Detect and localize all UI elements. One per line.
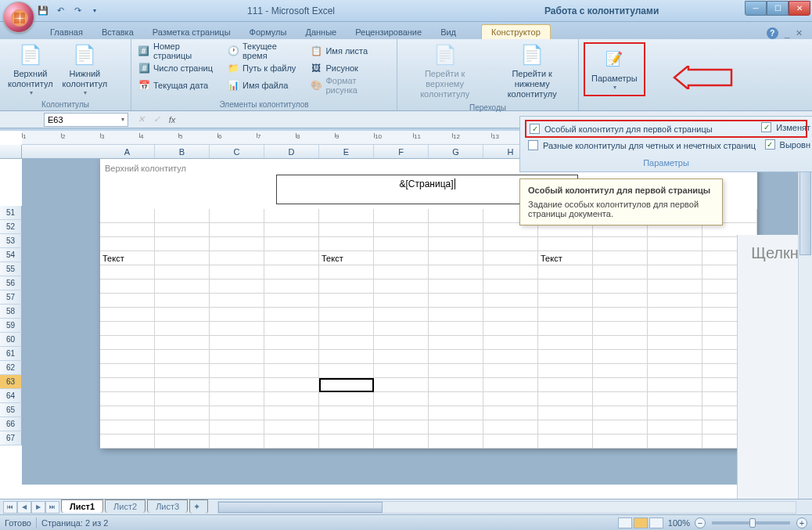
cell[interactable] [374,209,429,223]
cell[interactable] [538,434,593,449]
cell[interactable] [319,223,374,237]
tab-review[interactable]: Рецензирование [346,25,431,39]
row-header[interactable]: 52 [0,220,22,234]
cell[interactable] [155,322,210,336]
row-header[interactable]: 59 [0,319,22,333]
cell[interactable] [155,350,210,364]
row-header[interactable]: 58 [0,305,22,319]
cell[interactable] [264,223,319,237]
cell[interactable] [648,308,702,322]
row-header[interactable]: 63 [0,375,22,389]
col-header[interactable]: G [429,145,483,158]
cell[interactable] [483,251,538,265]
cell[interactable] [538,406,593,420]
cell[interactable] [483,265,538,279]
cell[interactable] [319,350,374,364]
cell[interactable] [155,294,210,308]
cell[interactable] [155,209,210,223]
cell[interactable] [210,322,264,336]
col-header[interactable]: D [264,145,319,158]
cell[interactable] [648,279,702,294]
cell[interactable] [210,308,264,322]
cell[interactable] [100,434,155,449]
cell[interactable] [483,392,538,406]
cell[interactable] [155,251,210,265]
row-header[interactable]: 67 [0,431,22,445]
cell[interactable] [374,223,429,237]
enter-icon[interactable]: ✓ [149,113,164,127]
cell[interactable] [374,378,429,392]
tab-design[interactable]: Конструктор [481,24,551,39]
cell[interactable] [100,294,155,308]
header-button[interactable]: 📄 Верхний колонтитул [3,41,58,99]
row-header[interactable]: 61 [0,347,22,361]
cell[interactable] [483,350,538,364]
cell[interactable] [210,350,264,364]
cell[interactable] [319,434,374,449]
cell[interactable] [374,265,429,279]
close-button[interactable]: ✕ [789,1,810,16]
cell[interactable] [593,406,648,420]
page-break-view-button[interactable] [649,517,663,528]
row-header[interactable]: 57 [0,290,22,305]
cell[interactable] [648,434,702,449]
cell[interactable] [210,392,264,406]
cell[interactable] [319,209,374,223]
checkbox-icon[interactable]: ✓ [761,122,771,132]
chevron-down-icon[interactable]: ▾ [121,116,124,123]
prev-sheet-button[interactable]: ◀ [17,501,31,514]
cell[interactable] [374,434,429,449]
cell[interactable] [319,237,374,251]
cell[interactable] [538,294,593,308]
fx-icon[interactable]: fx [164,113,180,127]
cell[interactable] [483,420,538,434]
cell[interactable] [593,265,648,279]
cell[interactable] [210,364,264,378]
cell[interactable] [429,237,483,251]
col-header[interactable]: C [210,145,264,158]
cell[interactable] [264,209,319,223]
cell-grid[interactable]: ТекстТекстТекст [100,209,757,449]
cell[interactable] [264,392,319,406]
cell[interactable] [155,378,210,392]
current-time-button[interactable]: 🕐Текущее время [224,42,307,59]
maximize-button[interactable]: ☐ [767,1,789,16]
options-button[interactable]: 📝 Параметры [587,45,642,93]
cell[interactable] [100,378,155,392]
cell[interactable] [483,279,538,294]
qat-more-icon[interactable]: ▾ [88,4,102,18]
cell[interactable] [374,336,429,350]
cell[interactable] [155,336,210,350]
cell[interactable] [100,336,155,350]
minimize-ribbon-icon[interactable]: _ [785,29,789,38]
cell[interactable] [648,294,702,308]
cell[interactable] [538,336,593,350]
cell[interactable] [538,364,593,378]
cell[interactable] [155,364,210,378]
doc-close-icon[interactable]: ✕ [796,28,803,38]
tab-view[interactable]: Вид [431,25,465,39]
help-icon[interactable]: ? [767,27,778,39]
cell[interactable] [538,265,593,279]
row-header[interactable]: 54 [0,248,22,262]
cell[interactable] [648,322,702,336]
checkbox-icon[interactable]: ✓ [765,139,775,150]
cell[interactable] [264,420,319,434]
cell[interactable] [319,265,374,279]
cell[interactable] [593,392,648,406]
col-header[interactable]: E [319,145,374,158]
cell[interactable] [319,322,374,336]
cell[interactable] [483,378,538,392]
horizontal-scrollbar[interactable] [217,501,796,514]
cell[interactable] [374,237,429,251]
cell[interactable] [264,251,319,265]
cell[interactable] [483,406,538,420]
cell[interactable] [429,406,483,420]
cell[interactable] [593,308,648,322]
col-header[interactable]: A [100,145,155,158]
cell[interactable] [210,209,264,223]
file-name-button[interactable]: 📊Имя файла [224,77,307,94]
cell[interactable] [155,420,210,434]
cell[interactable] [155,223,210,237]
cell[interactable] [483,364,538,378]
